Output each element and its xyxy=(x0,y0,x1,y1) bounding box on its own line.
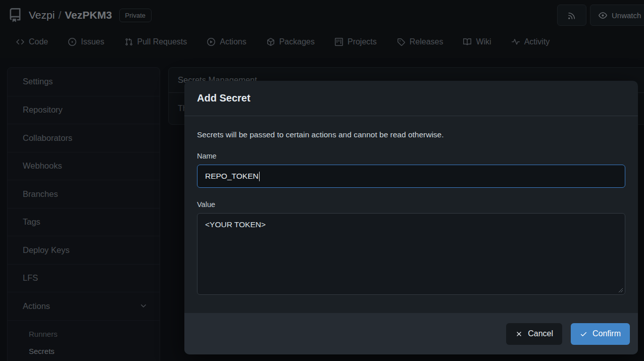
secret-name-value: REPO_TOKEN xyxy=(205,172,259,181)
cancel-label: Cancel xyxy=(528,329,553,338)
modal-body: Secrets will be passed to certain action… xyxy=(184,116,638,313)
secret-value-textarea[interactable]: <YOUR TOKEN> xyxy=(197,213,625,295)
name-field-label: Name xyxy=(197,152,625,160)
text-caret xyxy=(259,172,260,181)
add-secret-modal: Add Secret Secrets will be passed to cer… xyxy=(184,81,638,354)
check-icon xyxy=(580,330,587,338)
secret-value-text: <YOUR TOKEN> xyxy=(205,220,266,229)
confirm-label: Confirm xyxy=(592,329,621,338)
x-icon xyxy=(515,330,523,338)
modal-title: Add Secret xyxy=(197,92,251,104)
modal-footer: Cancel Confirm xyxy=(184,313,638,354)
secret-name-input[interactable]: REPO_TOKEN xyxy=(197,165,625,188)
resize-grip-icon[interactable] xyxy=(617,286,623,293)
confirm-button[interactable]: Confirm xyxy=(571,323,630,345)
cancel-button[interactable]: Cancel xyxy=(506,323,562,345)
modal-header: Add Secret xyxy=(184,81,638,116)
gitea-repo-settings-page: Vezpi/VezPKM3 Private Unwatch Code Issue… xyxy=(0,0,644,361)
modal-description: Secrets will be passed to certain action… xyxy=(197,130,625,139)
value-field-label: Value xyxy=(197,200,625,209)
